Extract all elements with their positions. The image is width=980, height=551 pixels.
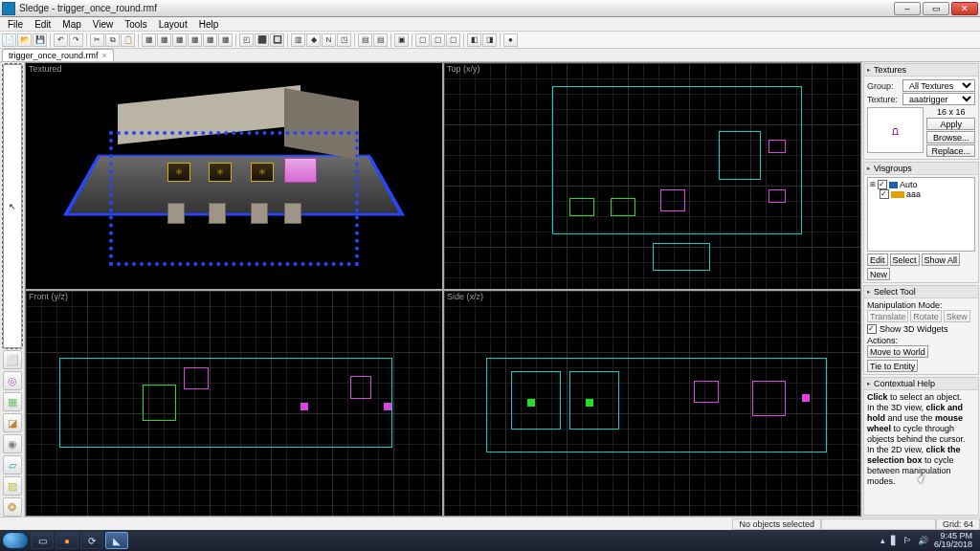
rotate-mode-button[interactable]: Rotate — [910, 310, 942, 322]
tray-battery-icon[interactable]: ▋ — [891, 536, 898, 545]
viewport-side[interactable]: Side (x/z) — [444, 291, 860, 517]
toolbar-button-30[interactable]: ▣ — [394, 33, 409, 47]
tray-flag-icon[interactable]: 🏳 — [903, 536, 912, 545]
menu-file[interactable]: File — [2, 19, 29, 30]
toolbar-button-1[interactable]: 📂 — [17, 33, 32, 47]
skew-mode-button[interactable]: Skew — [944, 310, 970, 322]
checkbox-icon[interactable] — [880, 189, 889, 199]
viewport-front[interactable]: Front (y/z) — [26, 291, 442, 517]
show-3d-widgets-checkbox[interactable] — [867, 324, 877, 334]
status-grid: Grid: 64 — [936, 518, 980, 530]
visgroup-showall-button[interactable]: Show All — [922, 253, 961, 266]
visgroup-edit-button[interactable]: Edit — [867, 253, 888, 266]
minimize-button[interactable]: – — [894, 2, 921, 15]
tab-close-icon[interactable]: × — [102, 51, 107, 60]
menu-tools[interactable]: Tools — [119, 19, 152, 30]
toolbar-button-22[interactable]: ▥ — [291, 33, 305, 47]
checkbox-icon[interactable] — [878, 180, 887, 189]
replace-texture-button[interactable]: Replace... — [926, 144, 975, 157]
collapse-icon[interactable]: ▸ — [867, 66, 871, 74]
select-tool[interactable]: ↖ — [3, 64, 22, 348]
toolbar-button-39[interactable]: ● — [503, 33, 518, 47]
collapse-icon[interactable]: ▸ — [867, 380, 871, 387]
start-button[interactable] — [2, 532, 29, 549]
toolbar-button-36[interactable]: ◧ — [467, 33, 481, 47]
viewport-label-front: Front (y/z) — [26, 291, 71, 302]
taskbar-item-firefox[interactable]: ● — [56, 532, 78, 549]
close-button[interactable]: ✕ — [951, 2, 978, 15]
right-panel-column: ▸Textures Group: All Textures Texture: a… — [861, 62, 980, 517]
toolbar-button-12[interactable]: ▦ — [157, 33, 171, 47]
menu-layout[interactable]: Layout — [153, 19, 193, 30]
toolbar-button-13[interactable]: ▦ — [172, 33, 187, 47]
tie-to-entity-button[interactable]: Tie to Entity — [867, 360, 918, 372]
maximize-button[interactable]: ▭ — [923, 2, 949, 15]
toolbar-button-7[interactable]: ✂ — [90, 33, 104, 47]
toolbar-button-23[interactable]: ◆ — [306, 33, 321, 47]
document-tab[interactable]: trigger_once_round.rmf × — [2, 49, 114, 61]
visgroups-tree[interactable]: ⊞Auto aaa — [867, 177, 975, 252]
vertex-tool[interactable]: ▧ — [3, 476, 22, 496]
collapse-icon[interactable]: ▸ — [867, 288, 871, 296]
viewport-top[interactable]: Top (x/y) — [444, 63, 860, 289]
texture-app-tool[interactable]: ◪ — [3, 413, 22, 432]
visgroup-item-auto[interactable]: ⊞Auto — [870, 180, 972, 189]
toolbar-button-8[interactable]: ⧉ — [105, 33, 120, 47]
menu-view[interactable]: View — [87, 19, 120, 30]
camera-tool[interactable]: ⬜ — [3, 350, 22, 369]
toolbar-button-28[interactable]: ▤ — [373, 33, 388, 47]
toolbar-button-32[interactable]: ▢ — [415, 33, 430, 47]
texture-name-select[interactable]: aaatrigger — [902, 93, 975, 105]
toolbar-button-0[interactable]: 📄 — [2, 33, 16, 47]
visgroup-select-button[interactable]: Select — [890, 253, 920, 266]
toolbar-button-15[interactable]: ▦ — [203, 33, 217, 47]
clip-tool[interactable]: ▱ — [3, 455, 22, 474]
viewport-grid: Textured Top (x/y) — [25, 62, 861, 517]
menu-help[interactable]: Help — [193, 19, 225, 30]
path-tool[interactable]: ❂ — [3, 497, 22, 517]
toolbar-button-33[interactable]: ▢ — [431, 33, 445, 47]
apply-texture-button[interactable]: Apply — [926, 118, 975, 130]
tray-expand-icon[interactable]: ▴ — [880, 536, 885, 545]
help-text: and use the — [885, 413, 935, 423]
entity-tool[interactable]: ◎ — [3, 371, 22, 390]
toolbar-button-16[interactable]: ▦ — [218, 33, 233, 47]
toolbar-button-2[interactable]: 💾 — [33, 33, 47, 47]
visgroup-item-aaa[interactable]: aaa — [870, 189, 972, 199]
toolbar-button-4[interactable]: ↶ — [54, 33, 68, 47]
visgroup-new-button[interactable]: New — [867, 268, 890, 280]
toolbar-separator — [235, 33, 236, 47]
texture-group-select[interactable]: All Textures — [902, 79, 975, 92]
translate-mode-button[interactable]: Translate — [867, 310, 908, 322]
move-to-world-button[interactable]: Move to World — [867, 345, 928, 358]
toolbar-button-37[interactable]: ◨ — [482, 33, 497, 47]
browse-texture-button[interactable]: Browse... — [926, 131, 975, 143]
toolbar-button-25[interactable]: ◳ — [337, 33, 351, 47]
help-text: Click — [867, 392, 888, 402]
toolbar-button-20[interactable]: 🔲 — [270, 33, 284, 47]
menu-bar: File Edit Map View Tools Layout Help — [0, 17, 980, 32]
taskbar-item-sledge[interactable]: ◣ — [105, 532, 128, 549]
menu-edit[interactable]: Edit — [29, 19, 56, 30]
viewport-3d[interactable]: Textured — [26, 63, 442, 289]
toolbar-button-11[interactable]: ▦ — [142, 33, 156, 47]
left-tool-column: ↖⬜◎▦◪◉▱▧❂ — [0, 62, 25, 517]
toolbar-button-14[interactable]: ▦ — [188, 33, 202, 47]
toolbar-button-19[interactable]: ⬛ — [255, 33, 269, 47]
toolbar-button-9[interactable]: 📋 — [121, 33, 135, 47]
toolbar-button-24[interactable]: N — [322, 33, 336, 47]
toolbar-button-27[interactable]: ▤ — [358, 33, 372, 47]
menu-map[interactable]: Map — [56, 19, 86, 30]
collapse-icon[interactable]: ▸ — [867, 165, 871, 172]
tray-clock[interactable]: 9:45 PM 6/19/2018 — [934, 532, 972, 549]
toolbar-separator — [354, 33, 355, 47]
taskbar-item-steam[interactable]: ⟳ — [80, 532, 103, 549]
toolbar-button-34[interactable]: ▢ — [446, 33, 460, 47]
tray-volume-icon[interactable]: 🔊 — [918, 536, 928, 545]
block-tool[interactable]: ▦ — [3, 392, 22, 411]
toolbar-button-18[interactable]: ◰ — [239, 33, 254, 47]
toolbar-button-5[interactable]: ↷ — [69, 33, 83, 47]
decal-tool[interactable]: ◉ — [3, 434, 22, 453]
os-taskbar: ▭ ● ⟳ ◣ ▴ ▋ 🏳 🔊 9:45 PM 6/19/2018 — [0, 530, 980, 551]
taskbar-item-explorer[interactable]: ▭ — [31, 532, 54, 549]
